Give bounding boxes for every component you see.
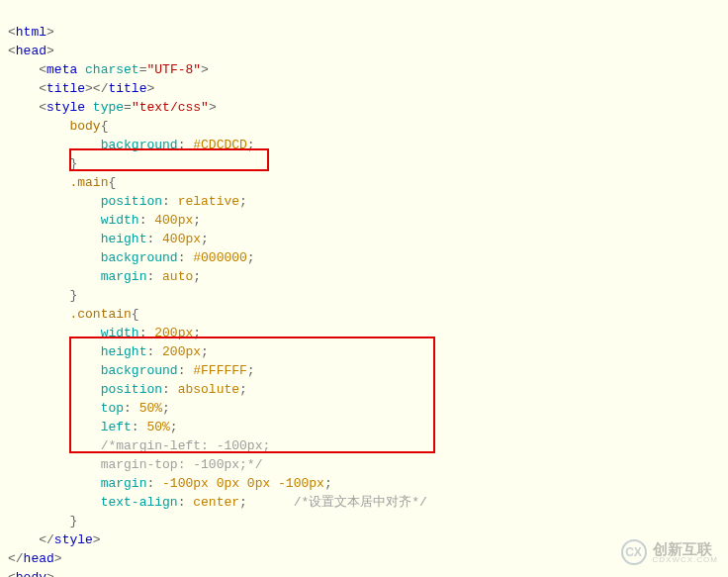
tag-head: head	[16, 44, 46, 58]
tag-html: html	[16, 25, 46, 40]
tag-body: body	[16, 570, 46, 577]
code-block: <html> <head> <meta charset="UTF-8"> <ti…	[0, 0, 728, 577]
